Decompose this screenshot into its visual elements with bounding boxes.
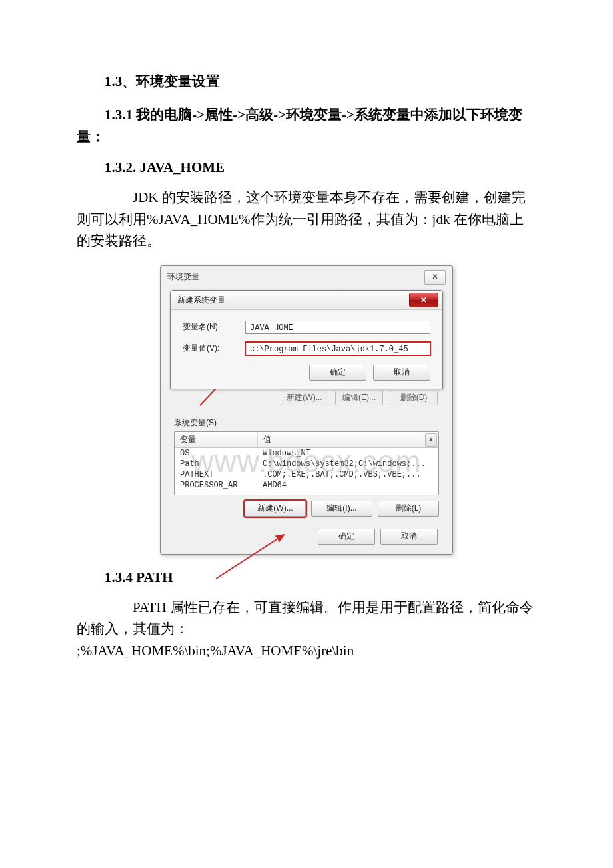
- ok-button[interactable]: 确定: [309, 365, 366, 381]
- var-value-input[interactable]: c:\Program Files\Java\jdk1.7.0_45: [245, 342, 430, 355]
- list-item[interactable]: PROCESSOR_AR AMD64: [175, 480, 438, 491]
- var-name-row: 变量名(N): JAVA_HOME: [171, 317, 442, 338]
- cell-val: C:\windows\system32;C:\windows;...: [257, 459, 438, 469]
- cancel-button[interactable]: 取消: [373, 365, 430, 381]
- system-vars-button-row: 新建(W)... 编辑(I)... 删除(L): [174, 501, 439, 517]
- list-item[interactable]: Path C:\windows\system32;C:\windows;...: [175, 459, 438, 469]
- ok-button[interactable]: 确定: [318, 529, 375, 545]
- cell-var: PROCESSOR_AR: [175, 480, 257, 491]
- cancel-button[interactable]: 取消: [380, 529, 438, 545]
- edit-button[interactable]: 编辑(I)...: [311, 501, 372, 517]
- cell-val: AMD64: [257, 480, 438, 491]
- cell-var: OS: [175, 448, 257, 459]
- user-vars-button-row: 新建(W)... 编辑(E)... 删除(D): [175, 391, 438, 405]
- env-window-titlebar: 环境变量 ✕: [161, 266, 452, 287]
- heading-1-3-2: 1.3.2. JAVA_HOME: [77, 159, 536, 176]
- paragraph-java-home: JDK 的安装路径，这个环境变量本身不存在，需要创建，创建完则可以利用%JAVA…: [77, 187, 536, 252]
- delete-button[interactable]: 删除(L): [378, 501, 439, 517]
- heading-1-3-4: 1.3.4 PATH: [77, 569, 536, 586]
- cell-var: Path: [175, 459, 257, 469]
- figure-container: 环境变量 ✕ 新建系统变量 ✕ 变量名(N): JAVA_HOME 变量值(V)…: [77, 265, 536, 555]
- list-item[interactable]: PATHEXT .COM;.EXE;.BAT;.CMD;.VBS;.VBE;..…: [175, 469, 438, 480]
- col-header-var: 变量: [175, 432, 258, 447]
- para-text-b: ;%JAVA_HOME%\bin;%JAVA_HOME%\jre\bin: [77, 640, 536, 662]
- cell-val: .COM;.EXE;.BAT;.CMD;.VBS;.VBE;...: [257, 469, 438, 480]
- dialog-titlebar: 新建系统变量 ✕: [171, 291, 442, 310]
- var-value-label: 变量值(V):: [183, 343, 236, 354]
- system-vars-label: 系统变量(S): [174, 417, 452, 429]
- scroll-up-icon[interactable]: ▲: [425, 433, 437, 447]
- edit-button[interactable]: 编辑(E)...: [335, 391, 383, 405]
- env-vars-window: 环境变量 ✕ 新建系统变量 ✕ 变量名(N): JAVA_HOME 变量值(V)…: [160, 265, 453, 555]
- dialog-title: 新建系统变量: [177, 291, 409, 309]
- cell-val: Windows_NT: [257, 448, 438, 459]
- close-icon[interactable]: ✕: [424, 270, 446, 285]
- paragraph-path: PATH 属性已存在，可直接编辑。作用是用于配置路径，简化命令的输入，其值为： …: [77, 597, 536, 662]
- para-text-a: PATH 属性已存在，可直接编辑。作用是用于配置路径，简化命令的输入，其值为：: [77, 599, 534, 637]
- document-page: 1.3、环境变量设置 1.3.1 我的电脑->属性->高级->环境变量->系统变…: [0, 0, 613, 868]
- list-item[interactable]: OS Windows_NT: [175, 448, 438, 459]
- screenshot-env-dialog: 环境变量 ✕ 新建系统变量 ✕ 变量名(N): JAVA_HOME 变量值(V)…: [160, 265, 453, 555]
- system-vars-list[interactable]: ▲ 变量 值 OS Windows_NT Path C:\windows\sys…: [174, 431, 439, 495]
- env-window-title: 环境变量: [167, 271, 420, 283]
- heading-1-3-1: 1.3.1 我的电脑->属性->高级->环境变量->系统变量中添加以下环境变量：: [77, 104, 536, 147]
- close-icon[interactable]: ✕: [409, 293, 438, 307]
- new-button[interactable]: 新建(W)...: [281, 391, 328, 405]
- var-value-row: 变量值(V): c:\Program Files\Java\jdk1.7.0_4…: [171, 338, 442, 359]
- var-name-label: 变量名(N):: [183, 321, 236, 333]
- col-header-val: 值: [258, 432, 438, 447]
- window-bottom-button-row: 确定 取消: [175, 529, 438, 545]
- list-header: 变量 值: [175, 432, 438, 448]
- new-button[interactable]: 新建(W)...: [245, 501, 306, 517]
- delete-button[interactable]: 删除(D): [390, 391, 438, 405]
- new-sysvar-dialog: 新建系统变量 ✕ 变量名(N): JAVA_HOME 变量值(V): c:\Pr…: [170, 290, 443, 389]
- heading-1-3: 1.3、环境变量设置: [77, 72, 536, 91]
- cell-var: PATHEXT: [175, 469, 257, 480]
- var-name-input[interactable]: JAVA_HOME: [245, 321, 430, 334]
- dialog-button-row: 确定 取消: [171, 359, 442, 389]
